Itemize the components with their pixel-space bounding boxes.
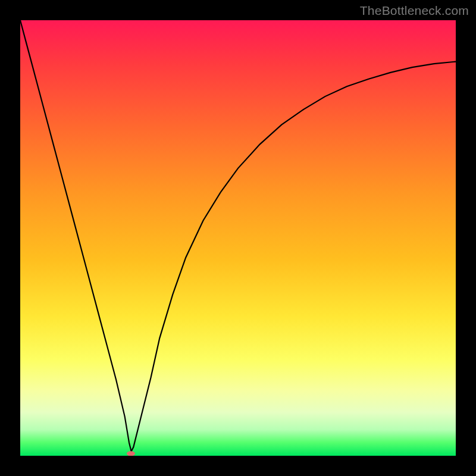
plot-area <box>20 20 456 456</box>
chart-frame: TheBottleneck.com <box>0 0 476 476</box>
watermark-text: TheBottleneck.com <box>360 4 469 18</box>
curve-path <box>20 20 456 452</box>
minimum-marker <box>127 451 135 456</box>
bottleneck-curve <box>20 20 456 456</box>
